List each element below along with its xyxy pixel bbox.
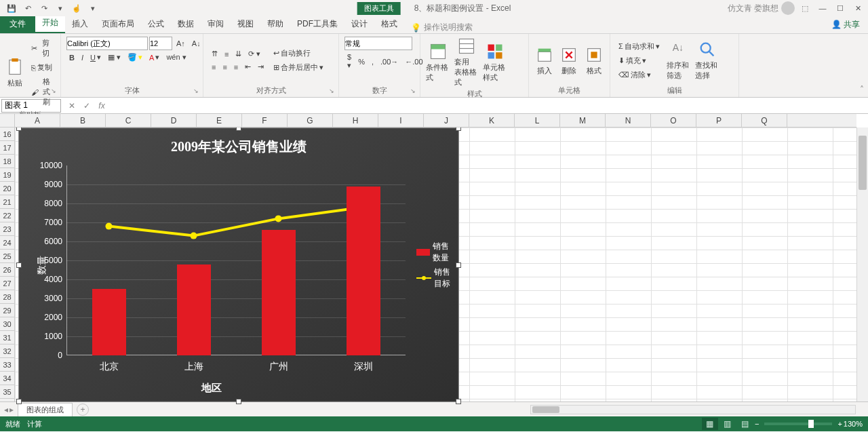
ribbon-options-icon[interactable]: ⬚	[797, 1, 812, 16]
file-tab[interactable]: 文件	[0, 15, 35, 33]
clipboard-launcher-icon[interactable]: ↘	[51, 87, 59, 96]
row-header-35[interactable]: 35	[0, 385, 14, 399]
legend-item-line[interactable]: 销售目标	[416, 267, 453, 290]
number-launcher-icon[interactable]: ↘	[410, 87, 418, 96]
select-all-corner[interactable]	[0, 114, 15, 127]
col-header-E[interactable]: E	[197, 114, 242, 127]
maximize-icon[interactable]: ☐	[833, 1, 848, 16]
collapse-ribbon-icon[interactable]: ˄	[860, 85, 864, 94]
phonetic-button[interactable]: wén ▾	[163, 52, 189, 63]
chart-legend[interactable]: 销售数量 销售目标	[416, 238, 453, 292]
font-color-button[interactable]: A ▾	[146, 52, 162, 63]
zoom-out-icon[interactable]: −	[755, 420, 759, 428]
insert-tab[interactable]: 插入	[65, 15, 95, 33]
row-header-16[interactable]: 16	[0, 127, 14, 141]
col-header-G[interactable]: G	[288, 114, 333, 127]
cancel-formula-icon[interactable]: ✕	[65, 99, 79, 113]
undo-icon[interactable]: ↶	[20, 1, 35, 16]
row-header-23[interactable]: 23	[0, 222, 14, 236]
copy-button[interactable]: ⎘ 复制	[28, 61, 55, 74]
row-header-18[interactable]: 18	[0, 155, 14, 168]
formula-input[interactable]	[108, 99, 868, 113]
chart-design-tab[interactable]: 设计	[344, 15, 374, 33]
zoom-thumb[interactable]	[808, 420, 814, 428]
resize-handle-w[interactable]	[16, 262, 22, 268]
minimize-icon[interactable]: —	[815, 1, 830, 16]
resize-handle-sw[interactable]	[16, 399, 22, 404]
qat-dropdown-icon[interactable]: ▾	[53, 1, 68, 16]
row-headers[interactable]: 1617181920212223242526272829303132333435	[0, 127, 15, 401]
save-icon[interactable]: 💾	[4, 1, 19, 16]
orientation-button[interactable]: ⟳ ▾	[245, 48, 263, 60]
row-header-20[interactable]: 20	[0, 182, 14, 195]
pdf-tab[interactable]: PDF工具集	[290, 15, 344, 33]
col-header-A[interactable]: A	[15, 114, 60, 127]
sheet-nav-first-icon[interactable]: ◂	[4, 405, 8, 414]
row-header-19[interactable]: 19	[0, 168, 14, 182]
insert-cells-button[interactable]: 插入	[534, 45, 555, 76]
col-header-I[interactable]: I	[378, 114, 424, 127]
add-sheet-button[interactable]: +	[77, 404, 89, 416]
border-button[interactable]: ▦ ▾	[105, 52, 123, 63]
page-layout-view-icon[interactable]: ▥	[719, 418, 736, 430]
chart-title[interactable]: 2009年某公司销售业绩	[19, 128, 458, 156]
cell-styles-button[interactable]: 单元格样式	[483, 42, 507, 83]
col-header-N[interactable]: N	[606, 114, 651, 127]
indent-dec-button[interactable]: ⇤	[242, 61, 254, 73]
page-layout-tab[interactable]: 页面布局	[95, 15, 141, 33]
row-header-21[interactable]: 21	[0, 195, 14, 209]
page-break-view-icon[interactable]: ▤	[737, 418, 753, 430]
share-button[interactable]: 👤 共享	[823, 16, 868, 33]
chart-object[interactable]: 2009年某公司销售业绩 数量 010002000300040005000600…	[18, 127, 459, 402]
bar-上海[interactable]	[177, 264, 211, 355]
accept-formula-icon[interactable]: ✓	[80, 99, 94, 113]
sheet-tab-active[interactable]: 图表的组成	[18, 403, 73, 416]
tell-me-search[interactable]: 💡 操作说明搜索	[411, 22, 473, 33]
horizontal-scrollbar[interactable]	[530, 405, 856, 414]
home-tab[interactable]: 开始	[35, 14, 65, 33]
align-middle-button[interactable]: ≡	[222, 49, 231, 60]
autosum-button[interactable]: Σ 自动求和 ▾	[616, 40, 663, 53]
qat-more-icon[interactable]: ▾	[85, 1, 100, 16]
resize-handle-e[interactable]	[456, 262, 461, 268]
align-right-button[interactable]: ≡	[231, 62, 241, 73]
col-header-C[interactable]: C	[106, 114, 151, 127]
row-header-17[interactable]: 17	[0, 141, 14, 155]
review-tab[interactable]: 审阅	[201, 15, 231, 33]
horizontal-scroll-thumb[interactable]	[532, 406, 559, 413]
format-cells-button[interactable]: 格式	[584, 45, 604, 76]
cut-button[interactable]: ✂ 剪切	[28, 37, 55, 60]
col-header-H[interactable]: H	[333, 114, 378, 127]
font-size-combo[interactable]	[149, 37, 172, 50]
vertical-scrollbar[interactable]	[856, 127, 868, 401]
wrap-text-button[interactable]: ↩ 自动换行	[271, 47, 326, 60]
row-header-32[interactable]: 32	[0, 345, 14, 358]
zoom-slider[interactable]	[764, 423, 832, 425]
find-select-button[interactable]: 查找和选择	[695, 40, 719, 81]
row-header-28[interactable]: 28	[0, 290, 14, 304]
row-header-24[interactable]: 24	[0, 236, 14, 250]
col-header-B[interactable]: B	[60, 114, 106, 127]
row-header-31[interactable]: 31	[0, 331, 14, 345]
bar-北京[interactable]	[92, 289, 126, 355]
col-header-F[interactable]: F	[242, 114, 288, 127]
plot-area[interactable]: 0100020003000400050006000700080009000100…	[66, 165, 406, 355]
grow-font-button[interactable]: A↑	[174, 38, 188, 49]
col-header-D[interactable]: D	[151, 114, 197, 127]
resize-handle-se[interactable]	[456, 399, 461, 404]
alignment-launcher-icon[interactable]: ↘	[329, 87, 337, 96]
row-header-29[interactable]: 29	[0, 304, 14, 317]
font-launcher-icon[interactable]: ↘	[193, 87, 201, 96]
close-icon[interactable]: ✕	[850, 1, 865, 16]
fx-icon[interactable]: fx	[95, 99, 108, 113]
inc-decimal-button[interactable]: .00→	[378, 56, 401, 67]
col-header-M[interactable]: M	[560, 114, 606, 127]
underline-button[interactable]: U ▾	[87, 52, 104, 63]
sort-filter-button[interactable]: A↓排序和筛选	[667, 40, 691, 81]
fill-button[interactable]: ⬇ 填充 ▾	[616, 54, 663, 67]
fill-color-button[interactable]: 🪣▾	[125, 52, 145, 63]
user-avatar-icon[interactable]	[781, 1, 795, 15]
row-header-34[interactable]: 34	[0, 372, 14, 385]
bold-button[interactable]: B	[66, 52, 77, 63]
normal-view-icon[interactable]: ▦	[702, 418, 718, 430]
